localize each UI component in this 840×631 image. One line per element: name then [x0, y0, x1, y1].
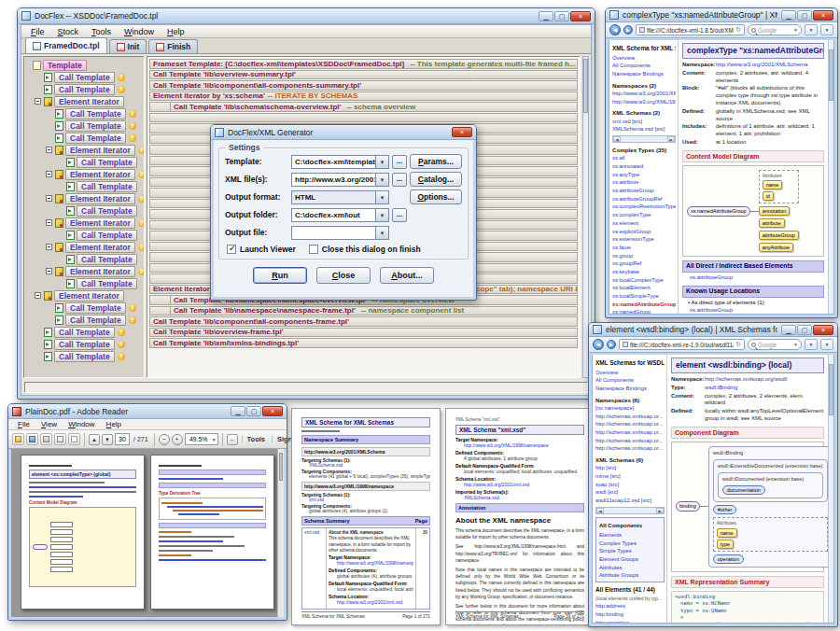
forward-button[interactable]: ▶	[607, 340, 616, 349]
element-pill[interactable]: annotation	[759, 206, 791, 216]
sidebar-link[interactable]: xs:annotated	[612, 162, 676, 171]
sidebar-link[interactable]: Elements	[599, 531, 661, 540]
dialog-button[interactable]: Close	[316, 267, 371, 284]
tree-item[interactable]: Call Template	[25, 253, 143, 265]
checkbox[interactable]: Close this dialog on finish	[309, 245, 421, 254]
checkbox-box[interactable]	[309, 245, 318, 254]
combo-field[interactable]: C:\docflex-xml\out ▼	[291, 208, 389, 222]
page-menu-button[interactable]: ▼	[805, 24, 818, 35]
tree-item[interactable]: Call Template ?	[25, 338, 143, 350]
tree-item[interactable]: Element Iterator ?	[25, 144, 143, 156]
sidebar-link[interactable]: xs:attributeGroupRef	[612, 195, 676, 203]
sidebar-link[interactable]: xs:localComplexType	[612, 276, 676, 285]
tree-item[interactable]: Element Iterator ?	[25, 192, 143, 204]
tree-item[interactable]: Element Iterator ?	[25, 168, 143, 180]
sidebar-link[interactable]: Complex Types (35)	[612, 146, 676, 154]
tree-item[interactable]: Call Template ?	[25, 83, 143, 95]
sidebar-link[interactable]: xs:localElement	[612, 284, 676, 292]
sidebar-link[interactable]: http:binding	[595, 610, 665, 619]
sidebar-link[interactable]: xs:namedGroup	[612, 308, 676, 314]
sidebar-link[interactable]: xs:group	[612, 252, 676, 260]
component-row[interactable]: Call Template 'lib\xml\xmlns-bindings.tp…	[149, 338, 578, 348]
expander-icon[interactable]	[46, 171, 52, 177]
dropdown-arrow-icon[interactable]: ▼	[375, 156, 388, 168]
tree-item[interactable]: Call Template ?	[25, 107, 143, 119]
component-row[interactable]: Call Template 'lib\schema\schema-overvie…	[149, 102, 578, 112]
diagram-node[interactable]: xs:namedAttributeGroup	[687, 206, 750, 217]
close-button[interactable]: ×	[570, 11, 591, 21]
tree-item[interactable]: Element Iterator	[25, 95, 143, 107]
menu-item[interactable]: Tools	[85, 27, 118, 36]
tools-menu-button[interactable]: ▼	[820, 339, 833, 350]
page-number-field[interactable]: 30	[115, 433, 130, 445]
sidebar-link[interactable]: Overview	[595, 369, 665, 377]
forward-button[interactable]: ▶	[623, 25, 633, 35]
browser-titlebar[interactable]: element <wsdl:binding> (local) | XML Sch…	[589, 323, 837, 337]
menu-item[interactable]: Window	[118, 27, 161, 36]
sidebar-link[interactable]: mime [src]	[595, 472, 665, 481]
sidebar-link[interactable]: wsdl [src]	[595, 488, 665, 497]
sidebar-link[interactable]: http://schemas.xmlsoap.or...	[595, 420, 665, 428]
sidebar-link[interactable]: wsdl11soap12.xsd [src]	[595, 497, 665, 505]
tree-item[interactable]: Element Iterator ?	[25, 241, 143, 253]
menu-item[interactable]: Stock	[51, 27, 86, 36]
sidebar-link[interactable]: xs:complexType	[612, 211, 676, 219]
pdf-page-right[interactable]: Type Derivation Tree	[150, 455, 274, 610]
sidebar-link[interactable]: xs:keybase	[612, 268, 676, 276]
save-icon[interactable]	[26, 433, 38, 445]
sidebar-link[interactable]: xs:complexRestrictionType	[612, 203, 676, 211]
expander-icon[interactable]	[46, 147, 52, 153]
reader-titlebar[interactable]: PlainDoc.pdf - Adobe Reader ▁ ▢ ×	[8, 404, 287, 419]
tree-item[interactable]: Call Template ?	[25, 350, 143, 362]
chevron-down-icon[interactable]: ▼	[793, 342, 798, 347]
horizontal-scrollbar[interactable]: ◀▶	[612, 135, 676, 143]
tab[interactable]: FramedDoc.tpl	[25, 37, 107, 53]
sidebar-link[interactable]: Attribute Groups	[599, 571, 661, 580]
browse-button[interactable]: ...	[392, 173, 407, 187]
zoom-out-button[interactable]: −	[159, 434, 170, 445]
expander-icon[interactable]	[46, 219, 52, 226]
tree-item[interactable]: Element Iterator ?	[25, 265, 143, 277]
tab[interactable]: Finish	[148, 39, 198, 53]
component-row[interactable]: Call Template 'lib\namespace\namespace-f…	[149, 306, 578, 316]
dialog-titlebar[interactable]: DocFlex/XML Generator ×	[211, 125, 476, 140]
sidebar-link[interactable]: xs:namedAttributeGroup	[612, 301, 676, 309]
dropdown-arrow-icon[interactable]: ▼	[375, 209, 388, 221]
attribute-pill[interactable]: type	[717, 540, 734, 549]
expander-icon[interactable]	[35, 98, 41, 105]
sidebar-link[interactable]: Complex Types	[599, 540, 661, 548]
sidebar-link[interactable]: http://schemas.xmlsoap.or...	[595, 444, 665, 453]
component-row[interactable]: Call Template 'lib\component\all-compone…	[149, 80, 578, 91]
sidebar-link[interactable]: http://www.w3.org/2001/XMLSc...	[612, 90, 676, 98]
expander-icon[interactable]	[46, 244, 52, 250]
search-field[interactable]: Google ▼	[748, 339, 802, 350]
combo-field[interactable]: http://www.w3.org/2001/XMLSchema.xsd ▼	[291, 173, 389, 187]
sidebar-link[interactable]: Element Groups	[599, 555, 661, 564]
url-field[interactable]: file:///C:/docflex-xml-1.8.5/out/XMLSche…	[636, 24, 745, 35]
minimize-button[interactable]: ▁	[539, 11, 553, 21]
sidebar-link[interactable]: http://schemas.xmlsoap.or...	[595, 437, 665, 445]
tools-menu-button[interactable]: ▼	[820, 24, 833, 35]
sidebar-link[interactable]: xs:extensionType	[612, 235, 676, 244]
menu-item[interactable]: Window	[63, 420, 100, 428]
scrollbar-thumb[interactable]	[829, 364, 833, 415]
tree-item[interactable]: Call Template ?	[25, 71, 143, 83]
sidebar-link[interactable]: http://schemas.xmlsoap.or...	[595, 413, 665, 421]
url-field[interactable]: file:///C:/docflex-xml-re-1.9.0/out/wsdl…	[619, 339, 745, 350]
sidebar-link[interactable]: Overview	[612, 54, 676, 63]
action-button[interactable]: Catalog...	[410, 172, 462, 187]
tree-item[interactable]: Call Template	[25, 229, 143, 241]
expander-icon[interactable]	[46, 268, 52, 274]
minimize-button[interactable]: ▁	[781, 325, 796, 335]
component-row[interactable]: Call Template 'lib\overview-summary.tpl'	[149, 70, 578, 80]
action-button[interactable]: Params...	[410, 154, 462, 169]
checkbox-box[interactable]	[227, 245, 236, 254]
schema-link[interactable]: xml.xsd	[309, 498, 430, 502]
reload-icon[interactable]: ↻	[735, 340, 741, 349]
tools-panel-button[interactable]: Tools	[242, 435, 270, 443]
component-row[interactable]: Element Iterator by 'xs:schema' -- ITERA…	[149, 91, 578, 102]
sidebar-link[interactable]: http:address	[595, 602, 665, 610]
menu-item[interactable]: Help	[101, 420, 127, 428]
close-button[interactable]: ×	[262, 406, 283, 416]
sidebar-link[interactable]: Namespaces (2)	[612, 81, 676, 90]
